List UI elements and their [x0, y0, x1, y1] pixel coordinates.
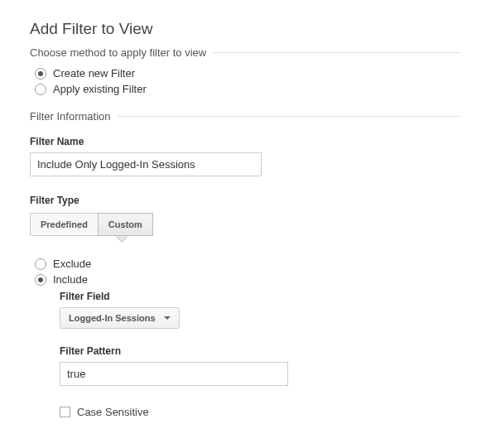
radio-label: Apply existing Filter — [53, 83, 147, 95]
radio-include[interactable]: Include — [35, 273, 460, 286]
filter-name-input[interactable] — [30, 152, 262, 176]
method-legend: Choose method to apply filter to view — [30, 46, 460, 59]
filter-field-dropdown[interactable]: Logged-In Sessions — [60, 307, 180, 329]
checkbox-label: Case Sensitive — [77, 406, 149, 418]
radio-icon — [35, 68, 46, 79]
radio-exclude[interactable]: Exclude — [35, 258, 460, 270]
filter-name-label: Filter Name — [30, 136, 460, 147]
page-title: Add Filter to View — [30, 20, 460, 38]
radio-label: Include — [53, 273, 88, 286]
radio-create-new-filter[interactable]: Create new Filter — [35, 67, 460, 79]
divider — [118, 116, 460, 117]
filter-type-label: Filter Type — [30, 195, 460, 206]
filter-field-value: Logged-In Sessions — [69, 313, 156, 323]
radio-label: Exclude — [53, 258, 91, 270]
radio-label: Create new Filter — [53, 67, 135, 79]
filter-field-label: Filter Field — [60, 291, 460, 302]
chevron-down-icon — [164, 316, 171, 320]
radio-apply-existing-filter[interactable]: Apply existing Filter — [35, 83, 460, 95]
filter-info-legend: Filter Information — [30, 110, 460, 123]
tab-predefined[interactable]: Predefined — [30, 213, 98, 236]
filter-pattern-label: Filter Pattern — [60, 345, 460, 357]
radio-icon — [35, 258, 46, 270]
checkbox-case-sensitive[interactable]: Case Sensitive — [60, 406, 460, 418]
filter-info-legend-text: Filter Information — [30, 110, 111, 123]
method-legend-text: Choose method to apply filter to view — [30, 46, 206, 59]
tab-pointer-icon — [116, 236, 128, 242]
radio-icon — [35, 274, 46, 286]
filter-pattern-input[interactable] — [60, 362, 288, 386]
tab-custom[interactable]: Custom — [98, 213, 153, 236]
radio-icon — [35, 84, 46, 95]
filter-type-tabs: Predefined Custom — [30, 213, 153, 236]
checkbox-icon — [60, 407, 70, 417]
divider — [213, 52, 460, 53]
